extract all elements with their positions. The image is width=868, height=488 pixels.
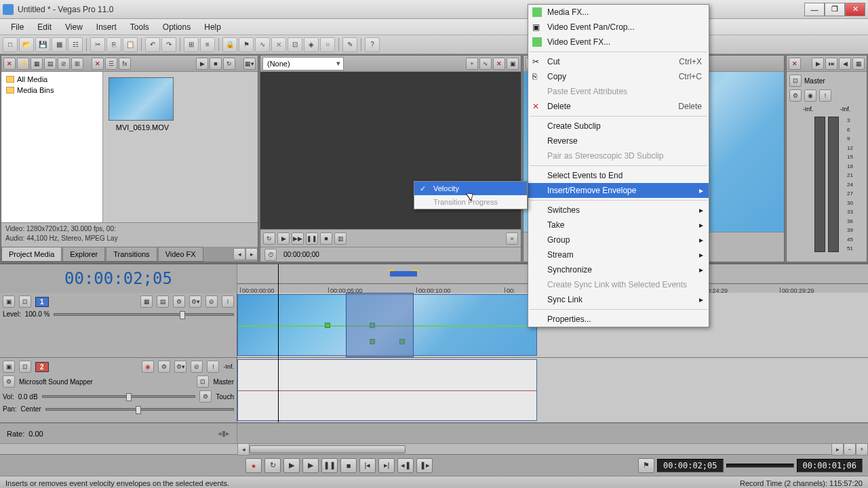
next-frame-button[interactable]: ❚▸	[416, 458, 433, 473]
new-icon[interactable]: □	[3, 37, 18, 52]
menu-options[interactable]: Options	[156, 20, 197, 35]
close-button[interactable]: ✕	[845, 3, 865, 16]
master-b1-icon[interactable]: ▶	[812, 58, 824, 70]
bus-icon[interactable]: ⊡	[197, 375, 209, 388]
render-icon[interactable]: ▦	[52, 37, 66, 52]
fx-pause-icon[interactable]: ❚❚	[306, 232, 318, 245]
ctx-sync[interactable]: Synchronize▸	[528, 262, 709, 277]
properties-icon[interactable]: ☷	[68, 37, 83, 52]
fx-remove-icon[interactable]: ✕	[493, 58, 505, 70]
ctx-cut[interactable]: ✂CutCtrl+X	[528, 54, 709, 69]
device-icon[interactable]: ⚙	[3, 375, 15, 388]
tab-scroll-right-icon[interactable]: ▸	[245, 248, 258, 260]
tool7-icon[interactable]: ○	[320, 37, 335, 52]
track-solo-icon[interactable]: !	[222, 296, 234, 308]
master-b3-icon[interactable]: ◀	[839, 58, 851, 70]
fx-split-icon[interactable]: ▥	[334, 232, 347, 245]
maximize-button[interactable]: ❐	[825, 3, 845, 16]
record-button[interactable]: ●	[245, 458, 262, 473]
ctx-subclip[interactable]: Create Subclip	[528, 119, 709, 134]
scroll-right-icon[interactable]: ▸	[831, 443, 844, 455]
delete-media-icon[interactable]: ✕	[92, 58, 104, 70]
transport-timecode-mid[interactable]	[726, 464, 794, 468]
ctx-event-fx[interactable]: Video Event FX...	[528, 35, 709, 49]
get-media-icon[interactable]: ▤	[44, 58, 56, 70]
transport-timecode-2[interactable]: 00:00:01;06	[797, 459, 863, 472]
ctx-envelope[interactable]: Insert/Remove Envelope▸	[528, 183, 709, 198]
stop-media-icon[interactable]: ■	[210, 58, 222, 70]
master-fx-icon[interactable]: ⚙	[789, 89, 802, 102]
track-collapse-icon[interactable]: ▣	[3, 361, 15, 373]
track-record-icon[interactable]: ◉	[142, 361, 154, 373]
undo-icon[interactable]: ↶	[145, 37, 160, 52]
tab-scroll-left-icon[interactable]: ◂	[233, 248, 245, 260]
redo-icon[interactable]: ↷	[161, 37, 176, 52]
level-slider[interactable]	[54, 313, 234, 316]
tab-transitions[interactable]: Transitions	[106, 247, 157, 262]
fx-more-icon[interactable]: »	[506, 232, 518, 245]
scroll-thumb[interactable]	[250, 445, 406, 453]
open-icon[interactable]: 📂	[19, 37, 34, 52]
stop-button[interactable]: ■	[340, 458, 357, 473]
track-mute-icon[interactable]: ⊘	[191, 361, 203, 373]
track-fx-icon[interactable]: ⚙	[158, 361, 170, 373]
master-insert-icon[interactable]: ⊡	[789, 75, 802, 87]
ctx-reverse[interactable]: Reverse	[528, 134, 709, 148]
view-mode-icon[interactable]: ▦▾	[243, 58, 256, 70]
fx-add-icon[interactable]: +	[466, 58, 478, 70]
fx-dropdown[interactable]: (None)	[262, 57, 344, 70]
marker-button[interactable]: ⚑	[638, 458, 654, 473]
autoplay-icon[interactable]: ↻	[223, 58, 235, 70]
tab-explorer[interactable]: Explorer	[62, 247, 105, 262]
playhead[interactable]	[278, 264, 279, 293]
track-bypass-icon[interactable]: ⊡	[19, 296, 31, 308]
scrub-control-icon[interactable]: ◂▮▸	[218, 429, 230, 438]
go-start-button[interactable]: |◂	[359, 458, 376, 473]
fx-play-icon[interactable]: ▶	[277, 232, 290, 245]
paste-icon[interactable]: 📋	[123, 37, 138, 52]
fx-loop-icon[interactable]: ↻	[263, 232, 275, 245]
vol-slider[interactable]	[42, 395, 196, 398]
ctx-media-fx[interactable]: Media FX...	[528, 5, 709, 20]
ctx-sync-link[interactable]: Sync Link▸	[528, 292, 709, 307]
play-button[interactable]: ▶	[302, 458, 319, 473]
play-media-icon[interactable]: ▶	[196, 58, 208, 70]
ctx-properties[interactable]: Properties...	[528, 312, 709, 327]
loop-region[interactable]	[390, 271, 417, 277]
lock-icon[interactable]: 🔒	[222, 37, 237, 52]
envelope-point[interactable]	[325, 323, 330, 328]
tool6-icon[interactable]: ◈	[304, 37, 319, 52]
audio-clip[interactable]	[237, 359, 537, 421]
copy-icon[interactable]: ⎘	[106, 37, 121, 52]
track-fx-icon[interactable]: ⚙	[173, 296, 185, 308]
menu-file[interactable]: File	[4, 20, 31, 35]
help-icon[interactable]: ?	[365, 37, 380, 52]
master-mute-icon[interactable]: ◉	[804, 89, 816, 102]
cut-icon[interactable]: ✂	[90, 37, 105, 52]
zoom-in-icon[interactable]: +	[856, 443, 868, 455]
views-icon[interactable]: ⊞	[71, 58, 83, 70]
menu-tools[interactable]: Tools	[123, 20, 156, 35]
auto-ripple-icon[interactable]: ≡	[200, 37, 215, 52]
media-thumbnail[interactable]: MVI_0619.MOV	[108, 77, 176, 131]
snap-icon[interactable]: ⊞	[184, 37, 199, 52]
timeline-scrollbar[interactable]: ◂ ▸ − +	[0, 443, 868, 454]
go-end-button[interactable]: ▸|	[378, 458, 395, 473]
remove-icon[interactable]: ⊘	[58, 58, 70, 70]
import-icon[interactable]: ⚡	[17, 58, 29, 70]
tab-video-fx[interactable]: Video FX	[158, 247, 203, 262]
track-comp-icon[interactable]: ▦	[140, 296, 153, 308]
selected-region[interactable]	[346, 293, 414, 357]
ctx-delete[interactable]: ✕DeleteDelete	[528, 99, 709, 114]
minimize-button[interactable]: —	[804, 3, 825, 16]
menu-insert[interactable]: Insert	[90, 20, 123, 35]
tool8-icon[interactable]: ✎	[342, 37, 357, 52]
master-auto-icon[interactable]: !	[819, 89, 831, 102]
audio-track-content[interactable]	[237, 358, 868, 422]
scroll-left-icon[interactable]: ◂	[237, 443, 250, 455]
fx-stop-icon[interactable]: ■	[320, 232, 332, 245]
pan-slider[interactable]	[45, 408, 234, 411]
menu-view[interactable]: View	[58, 20, 90, 35]
marker-icon[interactable]: ⚑	[239, 37, 254, 52]
pause-button[interactable]: ❚❚	[321, 458, 338, 473]
